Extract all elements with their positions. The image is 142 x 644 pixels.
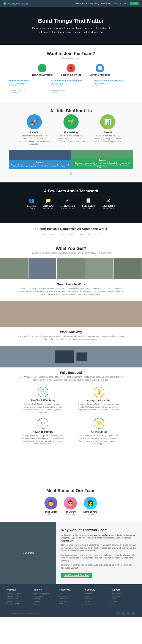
icons-row-2: ⚙ Never go Hungry A fully stocked kitche… (9, 418, 133, 445)
learning-feature: 💡 Always be Learning No matter how good … (78, 386, 121, 414)
nav-faq[interactable]: FAQ (95, 2, 99, 5)
footer-link[interactable]: Teamwork Desk (7, 595, 31, 597)
screen-mock-small (77, 352, 87, 361)
footer-col-features: Features Project Management Time Trackin… (33, 588, 57, 606)
why-para-0: At this moment offers a uniqueness... yo… (61, 534, 137, 542)
footer-link[interactable]: Privacy (111, 600, 135, 602)
feature-great-place: Great Place to Work At our hands-away-fr… (9, 282, 133, 296)
people-title: People (72, 159, 132, 162)
stat-projects: 📁 759,423 Projects (43, 198, 54, 210)
footer-link[interactable]: Status (111, 598, 135, 600)
learning-title: Always be Learning (78, 399, 121, 402)
logo-github: GitHub (95, 233, 101, 235)
logo-etihad: Etihad (59, 233, 65, 235)
team-section: Meet Some of Our Team 👨 Mike Butler Engi… (0, 482, 142, 522)
footer: Products Teamwork Projects Teamwork Desk… (0, 584, 142, 617)
why-content: Why work at Teamwork.com At this moment … (56, 522, 142, 584)
avatar-2: 👩 (84, 496, 97, 510)
footer-link[interactable]: Project Management (33, 593, 57, 594)
culture-desc: Teamwork offers a sense of community, de… (10, 164, 70, 168)
nav-blog[interactable]: Blog (114, 2, 118, 5)
job-group-support: Customer Happiness Manager Support Agent… (51, 80, 91, 96)
job-group-title-1: Customer Happiness Manager (51, 80, 91, 82)
logo-dot: .com (21, 2, 28, 5)
job-item[interactable]: Support Agent Cork, Ireland (51, 83, 91, 88)
messages-icon: ✉ (102, 198, 115, 203)
footer-link[interactable]: Community (111, 595, 135, 597)
social-icons: f t in g+ (116, 611, 135, 615)
about-title: A Little Bit About Us (9, 108, 133, 114)
about-section: A Little Bit About Us 🚀 Launch Teamwork … (0, 102, 142, 182)
footer-link[interactable]: Blog (59, 593, 83, 594)
footer-link[interactable]: Teamwork Spaces (7, 600, 31, 602)
nav-resources[interactable]: Resources (101, 2, 112, 5)
nav-features[interactable]: Features (75, 2, 84, 5)
photo-part-2 (29, 258, 57, 279)
messages-number: 2,611,811 (102, 204, 115, 208)
copyright: © Teamwork.com 2024. All rights reserved… (7, 612, 39, 614)
svg-text:T: T (4, 2, 5, 4)
stat-messages: ✉ 2,611,811 Messages (102, 198, 115, 210)
footer-grid: Products Teamwork Projects Teamwork Desk… (7, 588, 135, 606)
logo-icon: T (4, 2, 7, 5)
office-photo-strip (0, 258, 142, 279)
lightbulb-icon: 💡 (94, 386, 104, 397)
trusted-title: Trusted 100,000+ Companies All Around th… (9, 227, 133, 230)
footer-link[interactable]: Help Center (111, 593, 135, 594)
logo[interactable]: T teamwork.com (4, 2, 28, 5)
footer-link[interactable]: Help Docs (59, 600, 83, 602)
footer-link[interactable]: Contact (85, 603, 109, 605)
job-item[interactable]: iOS / iOS Developer Cork, Ireland (9, 83, 49, 88)
nav-contact[interactable]: Contact (120, 2, 127, 5)
footer-col-title-2: Resources (59, 588, 83, 591)
facebook-icon[interactable]: f (116, 611, 120, 615)
feature-equipped-desc: Mac, Windows, Linux - Laptop, Desktop, T… (17, 376, 125, 382)
category-technical: ⚙ Technical & Product (32, 64, 52, 76)
support-icon: ✕ (67, 64, 75, 72)
footer-link[interactable]: Teamwork CRM (7, 603, 31, 605)
culture-label: Culture Teamwork offers a sense of commu… (9, 160, 71, 169)
category-growth: 📈 Growth & Marketing (90, 64, 110, 76)
projects-label: Projects (43, 208, 54, 210)
twitter-icon[interactable]: t (121, 611, 125, 615)
footer-link[interactable]: API Docs (59, 603, 83, 605)
navigation: T teamwork.com Features Pricing FAQ Reso… (0, 0, 142, 7)
login-button[interactable]: Login (130, 2, 138, 5)
footer-link[interactable]: Teamwork Projects (7, 593, 31, 594)
hero-description: Every day we come to work with just one … (30, 26, 112, 34)
footer-link[interactable]: Teamwork Chat (7, 598, 31, 600)
stat-users: 👥 69,189 Users (27, 198, 36, 210)
googleplus-icon[interactable]: g+ (132, 611, 135, 615)
job-item[interactable]: Sales Analyst Cork, Ireland (93, 83, 133, 88)
footer-link[interactable]: Partners (85, 598, 109, 600)
nav-pricing[interactable]: Pricing (86, 2, 93, 5)
footer-link[interactable]: Reporting (33, 598, 57, 600)
member-role-2: Support (83, 513, 97, 515)
fundraising-label: Fundraising (56, 131, 86, 134)
why-cta-button[interactable]: Start Teamwork Free Trial (61, 573, 92, 578)
footer-link[interactable]: Webinars (59, 595, 83, 597)
avatar-0: 👨 (44, 496, 57, 510)
footer-link[interactable]: Case Studies (59, 598, 83, 600)
feature-work-your-way: Work Your Way At your desk, or at one of… (9, 330, 133, 341)
linkedin-icon[interactable]: in (126, 611, 130, 615)
culture-grid: Culture Teamwork offers a sense of commu… (9, 150, 133, 169)
footer-link[interactable]: Terms (111, 603, 135, 605)
footer-link[interactable]: Time Tracking (33, 595, 57, 597)
footer-link[interactable]: Press (85, 600, 109, 602)
footer-col-company: Company About Us Careers Partners Press … (85, 588, 109, 606)
footer-link[interactable]: Collaboration (33, 600, 57, 602)
job-item[interactable]: Frontend Developer Cork, Ireland (9, 89, 49, 94)
feature-equipped-title: Fully Equipped (9, 371, 133, 374)
footer-link[interactable]: Careers (85, 595, 109, 597)
job-item[interactable]: Content Watcher Cork, Ireland (51, 89, 91, 94)
growth-label: Growth & Marketing (90, 74, 110, 76)
support-label: Support & Services (61, 74, 81, 76)
footer-col-title-3: Company (85, 588, 109, 591)
footer-link[interactable]: Integrations (33, 603, 57, 605)
member-name-2: Lorraine King (83, 511, 97, 513)
extras-desc: Guaranteed Gym Membership, Disco at the … (78, 434, 121, 445)
growth-desc: Teamwork now has over 850 profitably gro… (93, 134, 123, 143)
feature-work-desc: At your desk, or at one of the many sofa… (17, 335, 125, 341)
footer-link[interactable]: About Us (85, 593, 109, 594)
